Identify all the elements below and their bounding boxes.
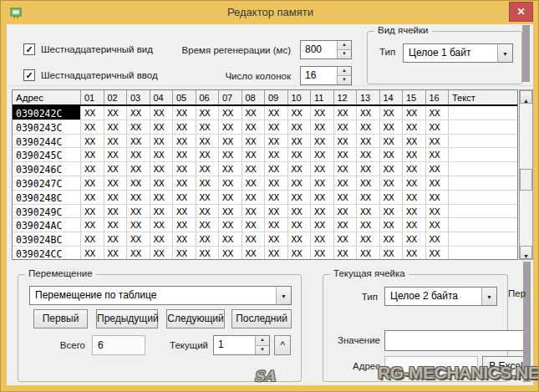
value-cell[interactable]: XX xyxy=(196,135,220,148)
value-cell[interactable]: XX xyxy=(288,106,312,120)
value-cell[interactable]: XX xyxy=(334,135,358,148)
scroll-up-button[interactable]: ▲ xyxy=(520,90,532,104)
value-cell[interactable]: XX xyxy=(127,148,150,161)
value-cell[interactable]: XX xyxy=(173,205,196,218)
value-cell[interactable]: XX xyxy=(403,232,426,246)
value-cell[interactable]: XX xyxy=(403,176,426,190)
value-cell[interactable]: XX xyxy=(127,191,150,204)
address-cell[interactable]: 0390242C xyxy=(13,106,81,120)
value-cell[interactable]: XX xyxy=(426,106,450,120)
address-cell[interactable]: 039024BC xyxy=(13,232,81,246)
value-cell[interactable]: XX xyxy=(219,205,242,218)
value-cell[interactable]: XX xyxy=(219,191,242,204)
value-cell[interactable]: XX xyxy=(357,205,380,218)
value-cell[interactable]: XX xyxy=(288,162,312,176)
value-cell[interactable]: XX xyxy=(334,191,358,204)
value-cell[interactable]: XX xyxy=(403,205,426,218)
value-cell[interactable]: XX xyxy=(219,120,242,134)
text-cell[interactable] xyxy=(449,135,517,148)
value-cell[interactable]: XX xyxy=(265,205,288,218)
value-cell[interactable]: XX xyxy=(127,120,150,134)
value-cell[interactable]: XX xyxy=(265,232,288,246)
value-cell[interactable]: XX xyxy=(311,120,334,134)
hex-view-checkbox[interactable]: ✓ xyxy=(23,43,35,55)
value-cell[interactable]: XX xyxy=(150,135,174,148)
previous-button[interactable]: Предыдущий xyxy=(96,309,158,328)
address-cell[interactable]: 0390245C xyxy=(13,148,81,161)
value-cell[interactable]: XX xyxy=(173,176,196,190)
value-cell[interactable]: XX xyxy=(127,176,150,190)
spin-up-icon[interactable]: ▲ xyxy=(338,67,351,76)
value-cell[interactable]: XX xyxy=(403,247,426,260)
value-cell[interactable]: XX xyxy=(403,191,426,204)
value-cell[interactable]: XX xyxy=(150,247,174,260)
address-cell[interactable]: 0390243C xyxy=(13,120,81,134)
expand-button[interactable]: ^ xyxy=(274,335,291,355)
value-cell[interactable]: XX xyxy=(380,106,404,120)
value-cell[interactable]: XX xyxy=(265,191,288,204)
value-cell[interactable]: XX xyxy=(173,218,196,232)
value-cell[interactable]: XX xyxy=(288,120,312,134)
value-cell[interactable]: XX xyxy=(265,218,288,232)
value-cell[interactable]: XX xyxy=(334,205,358,218)
value-cell[interactable]: XX xyxy=(219,162,242,176)
value-cell[interactable]: XX xyxy=(288,135,312,148)
value-cell[interactable]: XX xyxy=(196,191,220,204)
value-cell[interactable]: XX xyxy=(127,232,150,246)
value-cell[interactable]: XX xyxy=(81,148,104,161)
value-cell[interactable]: XX xyxy=(426,148,450,161)
value-cell[interactable]: XX xyxy=(242,162,266,176)
value-cell[interactable]: XX xyxy=(403,162,426,176)
value-cell[interactable]: XX xyxy=(357,176,380,190)
spin-up-icon[interactable]: ▲ xyxy=(256,336,269,346)
value-cell[interactable]: XX xyxy=(311,232,334,246)
last-button[interactable]: Последний xyxy=(231,309,292,328)
value-cell[interactable]: XX xyxy=(104,135,128,148)
value-cell[interactable]: XX xyxy=(104,247,128,260)
text-cell[interactable] xyxy=(449,106,517,120)
value-cell[interactable]: XX xyxy=(173,135,196,148)
value-cell[interactable]: XX xyxy=(357,120,380,134)
value-cell[interactable]: XX xyxy=(173,162,196,176)
value-cell[interactable]: XX xyxy=(104,218,128,232)
value-cell[interactable]: XX xyxy=(357,247,380,260)
num-columns-spinner[interactable]: 16 ▲ ▼ xyxy=(300,66,352,85)
value-cell[interactable]: XX xyxy=(334,106,358,120)
value-cell[interactable]: XX xyxy=(242,176,266,190)
value-cell[interactable]: XX xyxy=(219,135,242,148)
value-cell[interactable]: XX xyxy=(426,218,450,232)
navigation-mode-combobox[interactable]: Перемещение по таблице ▼ xyxy=(29,286,292,305)
value-cell[interactable]: XX xyxy=(242,135,266,148)
value-cell[interactable]: XX xyxy=(150,205,174,218)
value-cell[interactable]: XX xyxy=(288,176,312,190)
address-cell[interactable]: 0390249C xyxy=(13,205,81,218)
value-cell[interactable]: XX xyxy=(265,106,288,120)
value-cell[interactable]: XX xyxy=(173,191,196,204)
value-cell[interactable]: XX xyxy=(196,218,220,232)
scroll-thumb[interactable] xyxy=(520,169,532,191)
value-cell[interactable]: XX xyxy=(357,106,380,120)
text-cell[interactable] xyxy=(449,232,517,246)
first-button[interactable]: Первый xyxy=(33,309,88,328)
value-cell[interactable]: XX xyxy=(311,176,334,190)
text-cell[interactable] xyxy=(449,148,517,161)
value-cell[interactable]: XX xyxy=(311,218,334,232)
value-cell[interactable]: XX xyxy=(265,135,288,148)
text-cell[interactable] xyxy=(449,247,517,260)
value-cell[interactable]: XX xyxy=(104,232,128,246)
value-cell[interactable]: XX xyxy=(104,191,128,204)
value-cell[interactable]: XX xyxy=(81,205,104,218)
value-cell[interactable]: XX xyxy=(334,232,358,246)
value-cell[interactable]: XX xyxy=(219,148,242,161)
address-cell[interactable]: 0390246C xyxy=(13,162,81,176)
value-cell[interactable]: XX xyxy=(196,106,220,120)
value-cell[interactable]: XX xyxy=(173,247,196,260)
value-cell[interactable]: XX xyxy=(288,191,312,204)
value-cell[interactable]: XX xyxy=(242,148,266,161)
value-cell[interactable]: XX xyxy=(265,148,288,161)
value-cell[interactable]: XX xyxy=(81,162,104,176)
value-cell[interactable]: XX xyxy=(265,247,288,260)
text-cell[interactable] xyxy=(449,176,517,190)
value-cell[interactable]: XX xyxy=(380,162,404,176)
value-cell[interactable]: XX xyxy=(403,120,426,134)
